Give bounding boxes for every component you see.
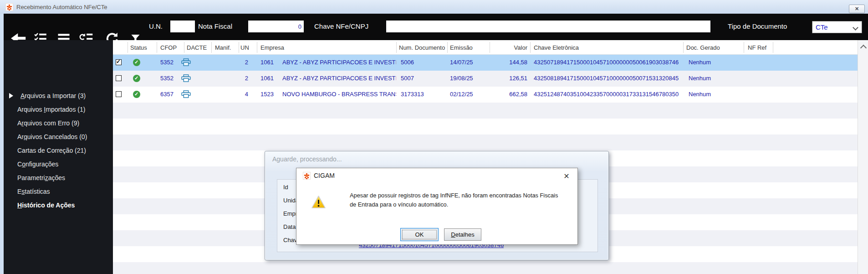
dialog-message: Apesar de possuir registros de tag InfNF… (350, 191, 558, 209)
ok-button[interactable]: OK (400, 228, 439, 241)
un-label: U.N. (149, 22, 163, 30)
toolbar: U.N. Nota Fiscal Chave NFe/CNPJ Tipo de … (0, 14, 868, 40)
printer-icon[interactable] (181, 90, 191, 98)
row-checkbox[interactable] (116, 75, 122, 81)
field-label-chave: Chav (283, 237, 297, 243)
tipo-documento-value: CTe (816, 23, 828, 31)
sidebar-item-arquivos-cancelados[interactable]: Arquivos Cancelados (0) (17, 133, 87, 140)
row-checkbox[interactable] (116, 91, 122, 97)
cigam-dialog: CIGAM ✕ Apesar de possuir registros de t… (296, 168, 578, 245)
cigam-logo-icon (5, 3, 13, 11)
app-window: Recebimento Automático NFe/CTe ✕ U.N. No… (0, 0, 868, 274)
col-status[interactable]: Status (130, 44, 147, 51)
col-empresa[interactable]: Empresa (260, 44, 284, 51)
col-un[interactable]: UN (240, 44, 249, 51)
sidebar-item-parametrizacoes[interactable]: Parametrizações (17, 174, 65, 181)
tipo-documento-label: Tipo de Documento (728, 22, 787, 30)
printer-icon[interactable] (181, 58, 191, 66)
field-label-data: Data (283, 223, 296, 230)
sidebar-item-arquivos-importados[interactable]: Arquivos Importados (1) (17, 106, 85, 113)
chave-nfe-cnpj-label: Chave NFe/CNPJ (314, 22, 368, 30)
window-titlebar: Recebimento Automático NFe/CTe (0, 0, 868, 14)
table-row[interactable]: 6357 4 1523 NOVO HAMBURGO - BRASPRESS TR… (113, 87, 858, 103)
scroll-up-icon[interactable] (860, 45, 867, 51)
col-cfop[interactable]: CFOP (160, 44, 177, 51)
sidebar-item-arquivos-a-importar[interactable]: Arquivos a Importar (3) (20, 92, 86, 99)
field-label-empresa: Empr (283, 210, 297, 217)
sidebar-item-cartas-de-correcao[interactable]: Cartas de Correção (21) (17, 147, 86, 154)
col-num-documento[interactable]: Num. Documento (399, 44, 445, 51)
tipo-documento-select[interactable]: CTe (812, 21, 862, 33)
dialog-title: CIGAM (314, 172, 335, 179)
field-label-id: Id (283, 184, 288, 191)
sidebar-item-historico-de-acoes[interactable]: Histórico de Ações (17, 202, 75, 209)
status-ok-icon (133, 75, 140, 82)
chave-nfe-cnpj-input[interactable] (386, 21, 710, 32)
col-emissao[interactable]: Emissão (450, 44, 473, 51)
status-ok-icon (133, 91, 140, 98)
active-item-arrow-icon (9, 93, 13, 98)
nota-fiscal-label: Nota Fiscal (198, 22, 232, 30)
nota-fiscal-input[interactable] (248, 21, 304, 32)
window-frame-strip (0, 14, 4, 274)
sidebar-item-arquivos-com-erro[interactable]: Arquivos com Erro (9) (17, 119, 79, 127)
col-dacte[interactable]: DACTE (187, 44, 207, 51)
un-input[interactable] (170, 21, 195, 32)
col-nf-ref[interactable]: NF Ref (748, 44, 766, 51)
printer-icon[interactable] (181, 74, 191, 82)
col-chave-eletronica[interactable]: Chave Eletrônica (534, 44, 579, 51)
chevron-down-icon (853, 25, 858, 31)
sidebar-item-configuracoes[interactable]: Configurações (17, 160, 58, 168)
table-row[interactable]: 5352 2 1061 ABYZ - ABYZ PARTICIPACOES E … (113, 55, 858, 71)
col-valor[interactable]: Valor (483, 44, 527, 51)
table-row[interactable]: 5352 2 1061 ABYZ - ABYZ PARTICIPACOES E … (113, 71, 858, 87)
window-close-button[interactable]: ✕ (849, 5, 865, 13)
status-ok-icon (133, 59, 140, 66)
col-manif[interactable]: Manif. (215, 44, 231, 51)
aguarde-title: Aguarde, processando... (272, 155, 342, 163)
cigam-logo-icon (303, 172, 311, 180)
warning-icon (311, 195, 326, 209)
table-header: Status CFOP DACTE Manif. UN Empresa Num.… (113, 40, 858, 55)
sidebar-item-estatisticas[interactable]: Estatísticas (17, 188, 50, 195)
row-checkbox[interactable] (116, 59, 122, 65)
dialog-close-icon[interactable]: ✕ (561, 171, 572, 182)
detalhes-button[interactable]: Detalhes (444, 228, 481, 241)
vertical-scrollbar[interactable] (858, 40, 868, 274)
window-title: Recebimento Automático NFe/CTe (16, 4, 107, 10)
col-doc-gerado[interactable]: Doc. Gerado (686, 44, 720, 51)
sidebar: Arquivos a Importar (3) Arquivos Importa… (4, 40, 113, 274)
